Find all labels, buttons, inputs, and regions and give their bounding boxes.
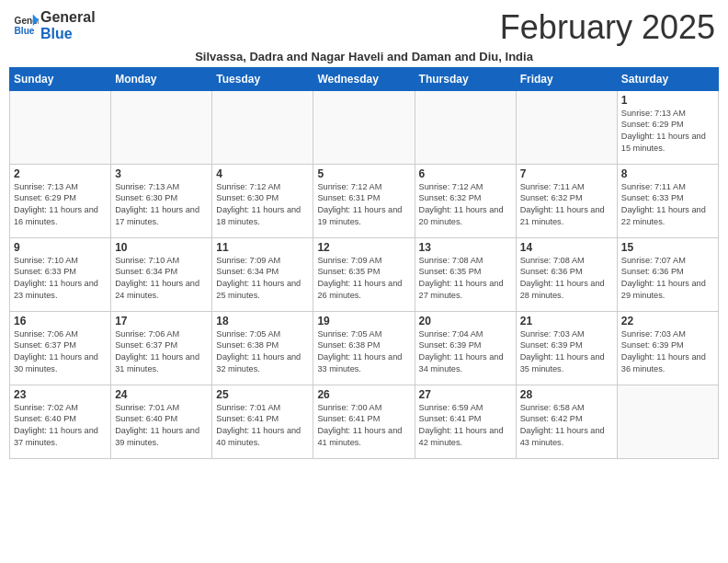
day-info: Sunrise: 7:01 AM Sunset: 6:41 PM Dayligh… [216,402,309,450]
svg-text:Blue: Blue [15,26,35,36]
calendar-cell: 18Sunrise: 7:05 AM Sunset: 6:38 PM Dayli… [212,311,313,385]
day-number: 3 [115,167,208,180]
calendar-cell [617,385,718,458]
day-info: Sunrise: 7:12 AM Sunset: 6:31 PM Dayligh… [317,181,410,229]
calendar-cell: 24Sunrise: 7:01 AM Sunset: 6:40 PM Dayli… [111,385,212,458]
calendar-table: SundayMondayTuesdayWednesdayThursdayFrid… [9,67,719,459]
month-title: February 2025 [500,9,715,46]
day-info: Sunrise: 7:08 AM Sunset: 6:36 PM Dayligh… [520,255,613,303]
day-number: 24 [115,388,208,401]
calendar-cell: 11Sunrise: 7:09 AM Sunset: 6:34 PM Dayli… [212,237,313,311]
day-number: 14 [520,241,613,254]
day-number: 26 [317,388,410,401]
calendar-cell: 4Sunrise: 7:12 AM Sunset: 6:30 PM Daylig… [212,164,313,237]
day-number: 11 [216,241,309,254]
day-info: Sunrise: 7:03 AM Sunset: 6:39 PM Dayligh… [621,328,714,376]
day-info: Sunrise: 7:05 AM Sunset: 6:38 PM Dayligh… [216,328,309,376]
weekday-header-tuesday: Tuesday [212,67,313,90]
day-info: Sunrise: 7:12 AM Sunset: 6:30 PM Dayligh… [216,181,309,229]
calendar-cell: 16Sunrise: 7:06 AM Sunset: 6:37 PM Dayli… [10,311,111,385]
calendar-cell: 6Sunrise: 7:12 AM Sunset: 6:32 PM Daylig… [415,164,516,237]
calendar-cell: 7Sunrise: 7:11 AM Sunset: 6:32 PM Daylig… [516,164,617,237]
logo-icon: General Blue [13,13,39,39]
weekday-header-saturday: Saturday [617,67,718,90]
day-number: 9 [14,241,107,254]
weekday-header-friday: Friday [516,67,617,90]
calendar-cell [212,90,313,164]
day-info: Sunrise: 7:13 AM Sunset: 6:29 PM Dayligh… [14,181,107,229]
calendar-cell: 14Sunrise: 7:08 AM Sunset: 6:36 PM Dayli… [516,237,617,311]
day-info: Sunrise: 7:11 AM Sunset: 6:33 PM Dayligh… [621,181,714,229]
logo: General Blue General Blue [13,9,96,41]
calendar-header-row: SundayMondayTuesdayWednesdayThursdayFrid… [10,67,719,90]
logo-blue-text: Blue [40,26,96,42]
calendar-cell: 21Sunrise: 7:03 AM Sunset: 6:39 PM Dayli… [516,311,617,385]
day-info: Sunrise: 6:58 AM Sunset: 6:42 PM Dayligh… [520,402,613,450]
day-info: Sunrise: 6:59 AM Sunset: 6:41 PM Dayligh… [419,402,512,450]
day-info: Sunrise: 7:08 AM Sunset: 6:35 PM Dayligh… [419,255,512,303]
weekday-header-sunday: Sunday [10,67,111,90]
day-number: 15 [621,241,714,254]
day-info: Sunrise: 7:13 AM Sunset: 6:29 PM Dayligh… [621,108,714,155]
calendar-week-1: 1Sunrise: 7:13 AM Sunset: 6:29 PM Daylig… [10,90,719,164]
calendar-cell [10,90,111,164]
calendar-week-2: 2Sunrise: 7:13 AM Sunset: 6:29 PM Daylig… [10,164,719,237]
calendar-cell: 5Sunrise: 7:12 AM Sunset: 6:31 PM Daylig… [313,164,415,237]
day-number: 16 [14,315,107,327]
day-info: Sunrise: 7:09 AM Sunset: 6:34 PM Dayligh… [216,255,309,303]
day-info: Sunrise: 7:10 AM Sunset: 6:34 PM Dayligh… [115,255,208,303]
weekday-header-wednesday: Wednesday [313,67,415,90]
day-info: Sunrise: 7:09 AM Sunset: 6:35 PM Dayligh… [317,255,410,303]
day-number: 10 [115,241,208,254]
day-number: 22 [621,315,714,327]
calendar-cell: 26Sunrise: 7:00 AM Sunset: 6:41 PM Dayli… [313,385,415,458]
calendar-cell: 28Sunrise: 6:58 AM Sunset: 6:42 PM Dayli… [516,385,617,458]
weekday-header-monday: Monday [111,67,212,90]
calendar-cell: 27Sunrise: 6:59 AM Sunset: 6:41 PM Dayli… [415,385,516,458]
calendar-cell [111,90,212,164]
day-info: Sunrise: 7:01 AM Sunset: 6:40 PM Dayligh… [115,402,208,450]
calendar-cell: 15Sunrise: 7:07 AM Sunset: 6:36 PM Dayli… [617,237,718,311]
day-number: 17 [115,315,208,327]
calendar-cell: 2Sunrise: 7:13 AM Sunset: 6:29 PM Daylig… [10,164,111,237]
calendar-cell: 17Sunrise: 7:06 AM Sunset: 6:37 PM Dayli… [111,311,212,385]
day-number: 21 [520,315,613,327]
day-number: 19 [317,315,410,327]
calendar-cell: 19Sunrise: 7:05 AM Sunset: 6:38 PM Dayli… [313,311,415,385]
calendar-week-3: 9Sunrise: 7:10 AM Sunset: 6:33 PM Daylig… [10,237,719,311]
location-subtitle: Silvassa, Dadra and Nagar Haveli and Dam… [9,50,719,63]
day-info: Sunrise: 7:05 AM Sunset: 6:38 PM Dayligh… [317,328,410,376]
day-number: 2 [14,167,107,180]
calendar-cell: 25Sunrise: 7:01 AM Sunset: 6:41 PM Dayli… [212,385,313,458]
day-number: 25 [216,388,309,401]
calendar-cell [415,90,516,164]
day-number: 6 [419,167,512,180]
calendar-cell [516,90,617,164]
day-info: Sunrise: 7:06 AM Sunset: 6:37 PM Dayligh… [115,328,208,376]
day-number: 18 [216,315,309,327]
calendar-cell: 23Sunrise: 7:02 AM Sunset: 6:40 PM Dayli… [10,385,111,458]
calendar-cell: 12Sunrise: 7:09 AM Sunset: 6:35 PM Dayli… [313,237,415,311]
day-info: Sunrise: 7:06 AM Sunset: 6:37 PM Dayligh… [14,328,107,376]
day-number: 13 [419,241,512,254]
day-number: 23 [14,388,107,401]
title-block: February 2025 [500,9,715,46]
calendar-week-4: 16Sunrise: 7:06 AM Sunset: 6:37 PM Dayli… [10,311,719,385]
day-number: 5 [317,167,410,180]
day-info: Sunrise: 7:12 AM Sunset: 6:32 PM Dayligh… [419,181,512,229]
calendar-cell: 20Sunrise: 7:04 AM Sunset: 6:39 PM Dayli… [415,311,516,385]
day-info: Sunrise: 7:13 AM Sunset: 6:30 PM Dayligh… [115,181,208,229]
weekday-header-thursday: Thursday [415,67,516,90]
day-number: 27 [419,388,512,401]
day-info: Sunrise: 7:07 AM Sunset: 6:36 PM Dayligh… [621,255,714,303]
day-number: 7 [520,167,613,180]
day-info: Sunrise: 7:11 AM Sunset: 6:32 PM Dayligh… [520,181,613,229]
calendar-cell: 9Sunrise: 7:10 AM Sunset: 6:33 PM Daylig… [10,237,111,311]
calendar-cell: 22Sunrise: 7:03 AM Sunset: 6:39 PM Dayli… [617,311,718,385]
calendar-cell: 8Sunrise: 7:11 AM Sunset: 6:33 PM Daylig… [617,164,718,237]
calendar-cell: 13Sunrise: 7:08 AM Sunset: 6:35 PM Dayli… [415,237,516,311]
day-info: Sunrise: 7:04 AM Sunset: 6:39 PM Dayligh… [419,328,512,376]
calendar-cell: 1Sunrise: 7:13 AM Sunset: 6:29 PM Daylig… [617,90,718,164]
calendar-week-5: 23Sunrise: 7:02 AM Sunset: 6:40 PM Dayli… [10,385,719,458]
day-number: 12 [317,241,410,254]
